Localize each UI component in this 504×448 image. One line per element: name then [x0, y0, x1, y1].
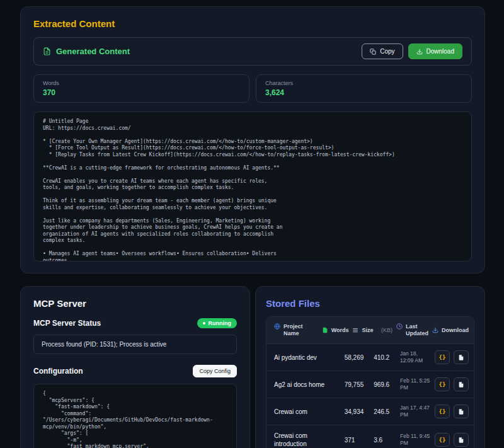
characters-value: 3,624 [265, 88, 462, 97]
document-icon [43, 47, 51, 55]
generated-content-bar: Generated Content Copy Download [33, 37, 472, 66]
copy-button-label: Copy [380, 48, 394, 55]
view-markdown-button[interactable] [454, 377, 469, 391]
stored-files-table: Project Name Words Size (KB) [266, 316, 474, 448]
copy-icon [370, 49, 376, 55]
col-project-name: Project Name [274, 323, 318, 337]
clock-icon [396, 323, 403, 330]
file-icon [458, 408, 464, 415]
file-icon [458, 437, 464, 444]
process-status-box: Process found (PID: 1531); Process is ac… [33, 335, 237, 354]
configuration-heading: Configuration [33, 367, 83, 376]
generated-content-label: Generated Content [56, 47, 130, 56]
copy-button[interactable]: Copy [362, 43, 403, 59]
json-braces-icon: {} [439, 381, 446, 388]
stored-files-title: Stored Files [266, 298, 474, 309]
file-words-icon [322, 327, 328, 333]
mcp-config-text[interactable]: { "mcpServers": { "fast-markdown": { "co… [33, 384, 237, 448]
running-status-badge: Running [197, 318, 238, 328]
table-body: Ai pydantic dev 58,269 410.2 Jan 18, 12:… [266, 343, 474, 448]
table-row[interactable]: Ag2 ai docs home 79,755 969.6 Feb 11, 5:… [266, 370, 474, 398]
mcp-server-panel: MCP Server MCP Server Status Running Pro… [20, 286, 250, 448]
view-json-button[interactable]: {} [435, 433, 450, 447]
json-braces-icon: {} [439, 354, 446, 360]
mcp-server-title: MCP Server [33, 298, 237, 309]
view-markdown-button[interactable] [454, 350, 469, 364]
json-braces-icon: {} [439, 437, 446, 443]
characters-stat: Characters 3,624 [256, 74, 472, 103]
extracted-content-text[interactable]: # Untitled Page URL: https://docs.crewai… [33, 112, 472, 261]
page: Extracted Content Generated Content Copy [0, 0, 504, 448]
table-header: Project Name Words Size (KB) [266, 317, 474, 343]
characters-label: Characters [265, 80, 462, 86]
words-label: Words [43, 80, 240, 86]
download-column-icon [432, 327, 438, 333]
globe-icon [274, 323, 280, 330]
list-icon [352, 327, 358, 333]
file-icon [458, 381, 464, 388]
col-last-updated: Last Updated [396, 323, 428, 337]
view-json-button[interactable]: {} [435, 377, 450, 391]
running-badge-label: Running [209, 320, 232, 326]
running-dot-icon [203, 322, 205, 325]
words-value: 370 [43, 88, 240, 97]
download-icon [416, 49, 423, 55]
extracted-content-panel: Extracted Content Generated Content Copy [20, 6, 485, 273]
stats-row: Words 370 Characters 3,624 [33, 74, 472, 103]
size-unit-label: (KB) [381, 327, 392, 334]
download-button[interactable]: Download [408, 43, 462, 59]
view-markdown-button[interactable] [454, 405, 469, 418]
words-stat: Words 370 [33, 74, 249, 103]
table-row[interactable]: Crewai com 34,934 246.5 Jan 17, 4:47 PM … [266, 398, 474, 425]
view-json-button[interactable]: {} [435, 405, 450, 418]
stored-files-panel: Stored Files Project Name Words [255, 286, 485, 448]
view-json-button[interactable]: {} [435, 350, 450, 364]
col-download: Download [432, 327, 469, 334]
table-row[interactable]: Crewai com introduction 371 3.6 Feb 11, … [266, 425, 474, 448]
json-braces-icon: {} [439, 408, 446, 415]
table-row[interactable]: Ai pydantic dev 58,269 410.2 Jan 18, 12:… [266, 343, 474, 370]
file-icon [458, 354, 464, 361]
col-size: Size (KB) [352, 327, 392, 334]
col-words: Words [322, 327, 349, 334]
mcp-status-heading: MCP Server Status [33, 319, 101, 328]
view-markdown-button[interactable] [454, 433, 469, 447]
copy-config-button[interactable]: Copy Config [193, 365, 237, 377]
download-button-label: Download [427, 48, 454, 55]
extracted-content-title: Extracted Content [33, 18, 472, 29]
